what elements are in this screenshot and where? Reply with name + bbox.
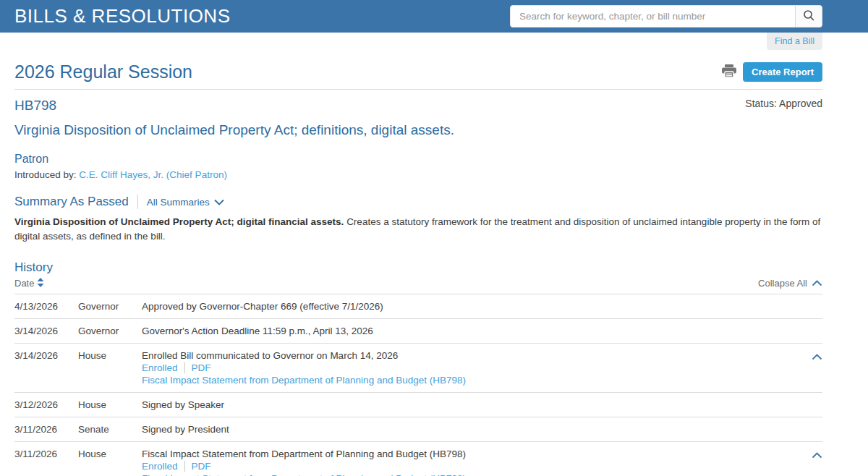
bill-header: HB798 Status: Approved	[14, 98, 822, 114]
create-report-button[interactable]: Create Report	[743, 62, 822, 82]
history-date: 3/14/2026	[14, 326, 78, 336]
session-header: 2026 Regular Session Create Report	[14, 61, 822, 90]
page-title: BILLS & RESOLUTIONS	[14, 5, 230, 27]
pdf-link[interactable]: PDF	[192, 362, 211, 373]
search-button[interactable]	[795, 6, 822, 27]
history-description: Enrolled Bill communicated to Governor o…	[142, 350, 805, 361]
history-body: Governor's Action Deadline 11:59 p.m., A…	[142, 326, 822, 336]
chevron-down-icon	[214, 197, 224, 208]
summary-header: Summary As Passed All Summaries	[14, 195, 822, 209]
history-body: Fiscal Impact Statement from Department …	[142, 449, 805, 476]
chevron-up-icon	[812, 450, 822, 461]
link-divider	[184, 362, 185, 373]
history-chamber: Senate	[78, 424, 142, 435]
print-button[interactable]	[721, 64, 737, 80]
patron-heading: Patron	[14, 153, 822, 166]
history-body: Approved by Governor-Chapter 669 (effect…	[142, 301, 822, 312]
history-date: 4/13/2026	[14, 301, 78, 312]
search-icon	[803, 9, 815, 24]
bill-number: HB798	[14, 98, 56, 114]
history-chamber: Governor	[78, 326, 142, 336]
history-date: 3/12/2026	[14, 399, 78, 410]
collapse-all-button[interactable]: Collapse All	[758, 278, 822, 289]
fiscal-impact-link[interactable]: Fiscal Impact Statement from Department …	[142, 375, 466, 386]
collapse-row-button[interactable]	[805, 449, 822, 461]
history-links: Enrolled PDF Fiscal Impact Statement fro…	[142, 362, 805, 386]
session-title: 2026 Regular Session	[14, 61, 192, 82]
history-date: 3/14/2026	[14, 350, 78, 361]
history-body: Signed by Speaker	[142, 399, 822, 410]
session-actions: Create Report	[721, 62, 822, 82]
history-row: 3/12/2026 House Signed by Speaker	[14, 392, 822, 417]
sort-date-label: Date	[14, 278, 34, 289]
history-date: 3/11/2026	[14, 449, 78, 459]
main-content: 2026 Regular Session Create Report HB798…	[0, 50, 868, 476]
summary-lead: Virginia Disposition of Unclaimed Proper…	[14, 216, 344, 227]
history-description: Signed by President	[142, 424, 822, 435]
history-chamber: Governor	[78, 301, 142, 312]
status-text: Status: Approved	[745, 98, 822, 109]
document-links: Enrolled PDF	[142, 461, 805, 472]
history-links: Enrolled PDF Fiscal Impact Statement fro…	[142, 461, 805, 476]
all-summaries-dropdown[interactable]: All Summaries	[147, 197, 224, 208]
history-row: 3/11/2026 House Fiscal Impact Statement …	[14, 441, 822, 476]
introduced-by-label: Introduced by:	[14, 169, 77, 180]
history-chamber: House	[78, 350, 142, 361]
chevron-up-icon	[812, 352, 822, 362]
collapse-row-button[interactable]	[805, 350, 822, 362]
history-body: Signed by President	[142, 424, 822, 435]
history-row: 3/14/2026 House Enrolled Bill communicat…	[14, 343, 822, 392]
chevron-up-icon	[812, 278, 822, 289]
vertical-divider	[137, 195, 138, 209]
find-a-bill-link[interactable]: Find a Bill	[767, 33, 822, 50]
sort-arrows-icon	[37, 278, 44, 289]
history-rows: 4/13/2026 Governor Approved by Governor-…	[14, 294, 822, 476]
history-body: Enrolled Bill communicated to Governor o…	[142, 350, 805, 386]
history-row: 3/14/2026 Governor Governor's Action Dea…	[14, 318, 822, 343]
find-a-bill-row: Find a Bill	[0, 33, 868, 50]
history-description: Governor's Action Deadline 11:59 p.m., A…	[142, 326, 822, 336]
history-date: 3/11/2026	[14, 424, 78, 435]
summary-heading: Summary As Passed	[14, 195, 129, 209]
history-description: Fiscal Impact Statement from Department …	[142, 449, 805, 459]
summary-text: Virginia Disposition of Unclaimed Proper…	[14, 215, 822, 245]
sort-by-date[interactable]: Date	[14, 278, 44, 289]
search-input[interactable]	[511, 6, 795, 27]
document-links: Enrolled PDF	[142, 362, 805, 373]
enrolled-link[interactable]: Enrolled	[142, 362, 178, 373]
history-chamber: House	[78, 449, 142, 459]
print-icon	[721, 64, 737, 80]
history-description: Approved by Governor-Chapter 669 (effect…	[142, 301, 822, 312]
bill-title: Virginia Disposition of Unclaimed Proper…	[14, 122, 822, 138]
history-row: 4/13/2026 Governor Approved by Governor-…	[14, 294, 822, 318]
history-heading: History	[14, 260, 822, 275]
link-divider	[184, 461, 185, 472]
history-chamber: House	[78, 399, 142, 410]
collapse-all-label: Collapse All	[758, 278, 807, 289]
chief-patron-link[interactable]: C.E. Cliff Hayes, Jr. (Chief Patron)	[79, 169, 227, 180]
history-row: 3/11/2026 Senate Signed by President	[14, 417, 822, 441]
enrolled-link[interactable]: Enrolled	[142, 461, 178, 472]
fiscal-link-line: Fiscal Impact Statement from Department …	[142, 375, 805, 386]
history-description: Signed by Speaker	[142, 399, 822, 410]
history-sort-row: Date Collapse All	[14, 278, 822, 294]
search-control	[510, 5, 822, 27]
top-bar: BILLS & RESOLUTIONS	[0, 0, 868, 33]
all-summaries-label: All Summaries	[147, 197, 210, 208]
pdf-link[interactable]: PDF	[192, 461, 211, 472]
fiscal-link-line: Fiscal Impact Statement from Department …	[142, 473, 805, 476]
fiscal-impact-link[interactable]: Fiscal Impact Statement from Department …	[142, 473, 466, 476]
introduced-line: Introduced by: C.E. Cliff Hayes, Jr. (Ch…	[14, 169, 822, 180]
